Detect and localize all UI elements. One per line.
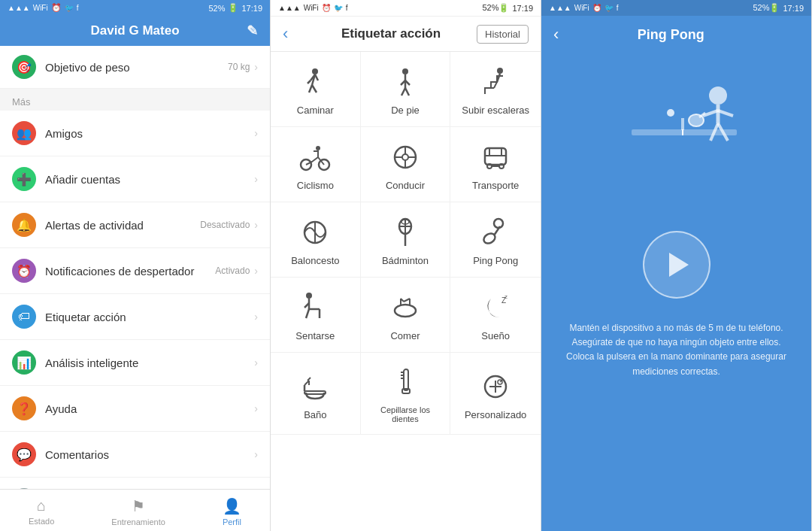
svg-point-51 [395, 305, 416, 317]
battery-icon-1: 🔋 [228, 3, 238, 13]
estado-label: Estado [29, 517, 54, 526]
action-badminton[interactable]: Bádminton [361, 202, 451, 278]
action-grid: Caminar De pie [271, 52, 541, 435]
menu-item-ajustes[interactable]: ⚙ Ajustes › [0, 478, 270, 489]
action-pingpong[interactable]: Ping Pong [450, 202, 541, 278]
amigos-chevron: › [254, 127, 258, 139]
action-comer[interactable]: Comer [361, 278, 451, 353]
peso-row[interactable]: 🎯 Objetivo de peso 70 kg › [0, 46, 270, 89]
action-bano[interactable]: Baño [271, 353, 361, 435]
despertador-badge: Activado [215, 266, 250, 276]
etiquetar-title: Etiquetar acción [341, 26, 441, 41]
cepillar-icon [389, 366, 422, 399]
action-depie[interactable]: De pie [361, 52, 451, 127]
menu-item-despertador[interactable]: ⏰ Notificaciones de despertador Activado… [0, 248, 270, 294]
action-personalizado[interactable]: Personalizado [450, 353, 541, 435]
alertas-label: Alertas de actividad [45, 219, 200, 232]
menu-item-comentarios[interactable]: 💬 Comentarios › [0, 432, 270, 478]
svg-line-16 [494, 82, 497, 88]
twitter-icon: 🐦 [65, 4, 74, 12]
menu-item-etiquetar[interactable]: 🏷 Etiquetar acción › [0, 294, 270, 340]
pingpong-svg [601, 62, 752, 197]
svg-point-0 [312, 68, 318, 74]
estado-icon: ⌂ [37, 497, 46, 514]
ayuda-label: Ayuda [45, 402, 254, 415]
peso-label: Objetivo de peso [45, 61, 228, 74]
signal-icon: ▲▲▲ [8, 4, 30, 12]
profile-name: David G Mateo [90, 23, 179, 38]
alertas-icon: 🔔 [12, 213, 36, 237]
nav-perfil[interactable]: 👤 Perfil [223, 497, 241, 526]
historial-button[interactable]: Historial [477, 25, 529, 44]
fb-icon: f [77, 4, 79, 12]
analisis-icon: 📊 [12, 350, 36, 375]
caminar-label: Caminar [297, 105, 334, 116]
perfil-icon: 👤 [223, 497, 241, 515]
action-transporte[interactable]: Transporte [450, 127, 541, 202]
bano-icon [298, 370, 332, 403]
twitter-2: 🐦 [334, 4, 343, 12]
svg-rect-74 [681, 118, 684, 130]
time-2: 17:19 [512, 4, 533, 13]
status-right-2: 52%🔋 17:19 [482, 3, 533, 13]
svg-line-50 [306, 309, 309, 318]
action-sentarse[interactable]: Sentarse [271, 278, 361, 353]
action-baloncesto[interactable]: Baloncesto [271, 202, 361, 278]
status-bar-1: ▲▲▲ WiFi ⏰ 🐦 f 52% 🔋 17:19 [0, 0, 270, 16]
ciclismo-icon [298, 141, 332, 174]
svg-line-10 [405, 88, 409, 96]
peso-value: 70 kg [228, 62, 250, 72]
instruction-text: Mantén el dispositivo a no más de 5 m de… [541, 321, 811, 394]
status-right-3: 52%🔋 17:19 [753, 3, 804, 13]
menu-item-amigos[interactable]: 👥 Amigos › [0, 111, 270, 156]
status-left-3: ▲▲▲ WiFi ⏰ 🐦 f [549, 4, 618, 12]
fb-2: f [346, 4, 348, 12]
menu-scroll: 🎯 Objetivo de peso 70 kg › Más 👥 Amigos … [0, 46, 270, 489]
status-bar-2: ▲▲▲ WiFi ⏰ 🐦 f 52%🔋 17:19 [271, 0, 541, 17]
alarm-icon: ⏰ [51, 3, 62, 13]
menu-item-analisis[interactable]: 📊 Análisis inteligente › [0, 340, 270, 386]
alertas-badge: Desactivado [200, 220, 250, 230]
cuentas-chevron: › [254, 173, 258, 185]
bano-label: Baño [304, 409, 326, 420]
action-caminar[interactable]: Caminar [271, 52, 361, 127]
comentarios-chevron: › [254, 448, 258, 460]
panel-profile: ▲▲▲ WiFi ⏰ 🐦 f 52% 🔋 17:19 David G Mateo… [0, 0, 271, 531]
pingpong-header: ‹ Ping Pong [541, 16, 811, 50]
depie-icon [389, 65, 422, 99]
time-3: 17:19 [783, 4, 804, 13]
action-escaleras[interactable]: Subir escaleras [450, 52, 541, 127]
transporte-label: Transporte [472, 180, 519, 191]
comer-icon [389, 291, 422, 324]
menu-item-alertas[interactable]: 🔔 Alertas de actividad Desactivado › [0, 202, 270, 248]
back-button-2[interactable]: ‹ [283, 24, 305, 44]
menu-item-ayuda[interactable]: ❓ Ayuda › [0, 386, 270, 432]
svg-rect-63 [404, 369, 408, 390]
entrenamiento-icon: ⚑ [132, 497, 145, 515]
nav-estado[interactable]: ⌂ Estado [29, 497, 54, 526]
sentarse-icon [298, 291, 332, 324]
edit-icon[interactable]: ✎ [247, 23, 258, 39]
svg-point-7 [402, 68, 408, 74]
svg-line-3 [309, 85, 312, 93]
more-section-label: Más [0, 89, 270, 111]
action-sueno[interactable]: Z z Sueño [450, 278, 541, 353]
play-triangle-icon [669, 253, 689, 277]
svg-point-45 [306, 293, 312, 299]
action-cepillar[interactable]: Cepillarse los dientes [361, 353, 451, 435]
battery-percent-1: 52% [208, 4, 225, 13]
cuentas-icon: ➕ [12, 167, 36, 191]
amigos-icon: 👥 [12, 121, 36, 145]
menu-item-cuentas[interactable]: ➕ Añadir cuentas › [0, 156, 270, 202]
profile-header: David G Mateo ✎ [0, 16, 270, 46]
status-left-2: ▲▲▲ WiFi ⏰ 🐦 f [278, 4, 347, 12]
play-button-area [541, 201, 811, 321]
ayuda-icon: ❓ [12, 396, 36, 420]
back-button-3[interactable]: ‹ [553, 25, 559, 44]
action-ciclismo[interactable]: Ciclismo [271, 127, 361, 202]
action-conducir[interactable]: Conducir [361, 127, 451, 202]
nav-entrenamiento[interactable]: ⚑ Entrenamiento [111, 497, 165, 526]
cepillar-label: Cepillarse los dientes [368, 405, 443, 423]
play-button[interactable] [643, 231, 710, 299]
status-left-1: ▲▲▲ WiFi ⏰ 🐦 f [8, 3, 78, 13]
